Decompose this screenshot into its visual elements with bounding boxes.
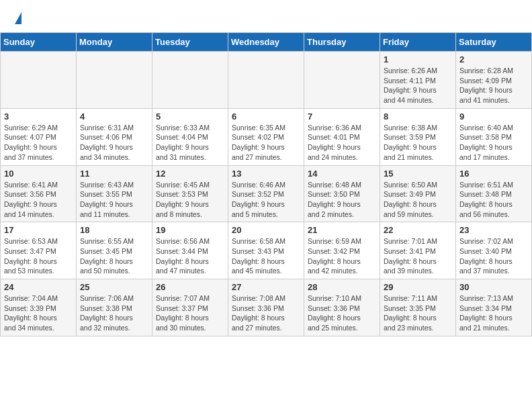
day-info: Sunrise: 7:06 AM Sunset: 3:38 PM Dayligh…: [80, 293, 148, 333]
calendar-dow-thursday: Thursday: [304, 33, 380, 52]
calendar-cell: 30Sunrise: 7:13 AM Sunset: 3:34 PM Dayli…: [456, 279, 532, 336]
calendar-cell: 29Sunrise: 7:11 AM Sunset: 3:35 PM Dayli…: [380, 279, 456, 336]
calendar-cell: 23Sunrise: 7:02 AM Sunset: 3:40 PM Dayli…: [456, 222, 532, 279]
calendar-cell: 19Sunrise: 6:56 AM Sunset: 3:44 PM Dayli…: [152, 222, 228, 279]
calendar-cell: 4Sunrise: 6:31 AM Sunset: 4:06 PM Daylig…: [77, 108, 152, 165]
day-number: 10: [4, 169, 73, 179]
day-number: 26: [156, 282, 224, 292]
day-number: 13: [232, 169, 300, 179]
calendar-dow-monday: Monday: [77, 33, 152, 52]
calendar-cell: 26Sunrise: 7:07 AM Sunset: 3:37 PM Dayli…: [152, 279, 228, 336]
calendar-cell: [77, 52, 152, 109]
day-info: Sunrise: 7:10 AM Sunset: 3:36 PM Dayligh…: [308, 293, 376, 333]
calendar-cell: 11Sunrise: 6:43 AM Sunset: 3:55 PM Dayli…: [77, 165, 152, 222]
day-info: Sunrise: 6:48 AM Sunset: 3:50 PM Dayligh…: [308, 180, 376, 220]
day-info: Sunrise: 6:51 AM Sunset: 3:48 PM Dayligh…: [459, 180, 528, 220]
calendar-cell: 16Sunrise: 6:51 AM Sunset: 3:48 PM Dayli…: [456, 165, 532, 222]
day-number: 12: [156, 169, 224, 179]
day-info: Sunrise: 6:29 AM Sunset: 4:07 PM Dayligh…: [4, 123, 73, 163]
day-info: Sunrise: 6:56 AM Sunset: 3:44 PM Dayligh…: [156, 236, 224, 276]
calendar-cell: 10Sunrise: 6:41 AM Sunset: 3:56 PM Dayli…: [1, 165, 77, 222]
day-info: Sunrise: 7:01 AM Sunset: 3:41 PM Dayligh…: [384, 236, 452, 276]
day-number: 2: [459, 54, 528, 64]
calendar-cell: 28Sunrise: 7:10 AM Sunset: 3:36 PM Dayli…: [304, 279, 380, 336]
day-number: 11: [80, 169, 148, 179]
calendar-cell: [304, 52, 380, 109]
day-info: Sunrise: 7:07 AM Sunset: 3:37 PM Dayligh…: [156, 293, 224, 333]
day-number: 28: [308, 282, 376, 292]
day-number: 20: [232, 225, 300, 235]
day-info: Sunrise: 6:41 AM Sunset: 3:56 PM Dayligh…: [4, 180, 73, 220]
day-number: 15: [384, 169, 452, 179]
day-info: Sunrise: 6:40 AM Sunset: 3:58 PM Dayligh…: [459, 123, 528, 163]
calendar-week-row: 24Sunrise: 7:04 AM Sunset: 3:39 PM Dayli…: [1, 279, 532, 336]
day-info: Sunrise: 6:26 AM Sunset: 4:11 PM Dayligh…: [384, 66, 452, 105]
calendar-cell: [152, 52, 228, 109]
day-number: 24: [4, 282, 73, 292]
calendar-cell: 2Sunrise: 6:28 AM Sunset: 4:09 PM Daylig…: [456, 52, 532, 109]
day-info: Sunrise: 7:08 AM Sunset: 3:36 PM Dayligh…: [232, 293, 300, 333]
day-info: Sunrise: 6:35 AM Sunset: 4:02 PM Dayligh…: [232, 123, 300, 163]
day-number: 5: [156, 111, 224, 122]
calendar-cell: 27Sunrise: 7:08 AM Sunset: 3:36 PM Dayli…: [228, 279, 304, 336]
day-number: 16: [459, 169, 528, 179]
day-info: Sunrise: 6:43 AM Sunset: 3:55 PM Dayligh…: [80, 180, 148, 220]
day-number: 17: [4, 225, 73, 235]
calendar-week-row: 17Sunrise: 6:53 AM Sunset: 3:47 PM Dayli…: [1, 222, 532, 279]
day-number: 6: [232, 111, 300, 122]
day-number: 7: [308, 111, 376, 122]
calendar-dow-friday: Friday: [380, 33, 456, 52]
day-number: 21: [308, 225, 376, 235]
calendar-cell: 5Sunrise: 6:33 AM Sunset: 4:04 PM Daylig…: [152, 108, 228, 165]
day-info: Sunrise: 7:04 AM Sunset: 3:39 PM Dayligh…: [4, 293, 73, 333]
day-info: Sunrise: 7:13 AM Sunset: 3:34 PM Dayligh…: [459, 293, 528, 333]
day-info: Sunrise: 6:50 AM Sunset: 3:49 PM Dayligh…: [384, 180, 452, 220]
day-number: 29: [384, 282, 452, 292]
calendar-week-row: 3Sunrise: 6:29 AM Sunset: 4:07 PM Daylig…: [1, 108, 532, 165]
calendar-cell: 20Sunrise: 6:58 AM Sunset: 3:43 PM Dayli…: [228, 222, 304, 279]
day-number: 9: [459, 111, 528, 122]
calendar-cell: 1Sunrise: 6:26 AM Sunset: 4:11 PM Daylig…: [380, 52, 456, 109]
calendar-cell: 3Sunrise: 6:29 AM Sunset: 4:07 PM Daylig…: [1, 108, 77, 165]
day-info: Sunrise: 6:38 AM Sunset: 3:59 PM Dayligh…: [384, 123, 452, 163]
day-number: 30: [459, 282, 528, 292]
logo: [13, 12, 21, 26]
day-info: Sunrise: 7:02 AM Sunset: 3:40 PM Dayligh…: [459, 236, 528, 276]
day-number: 23: [459, 225, 528, 235]
day-info: Sunrise: 6:46 AM Sunset: 3:52 PM Dayligh…: [232, 180, 300, 220]
calendar-dow-saturday: Saturday: [456, 33, 532, 52]
calendar-week-row: 10Sunrise: 6:41 AM Sunset: 3:56 PM Dayli…: [1, 165, 532, 222]
calendar-cell: 24Sunrise: 7:04 AM Sunset: 3:39 PM Dayli…: [1, 279, 77, 336]
calendar-cell: 21Sunrise: 6:59 AM Sunset: 3:42 PM Dayli…: [304, 222, 380, 279]
day-info: Sunrise: 7:11 AM Sunset: 3:35 PM Dayligh…: [384, 293, 452, 333]
day-number: 8: [384, 111, 452, 122]
day-number: 14: [308, 169, 376, 179]
calendar-cell: 13Sunrise: 6:46 AM Sunset: 3:52 PM Dayli…: [228, 165, 304, 222]
day-info: Sunrise: 6:59 AM Sunset: 3:42 PM Dayligh…: [308, 236, 376, 276]
calendar-cell: 17Sunrise: 6:53 AM Sunset: 3:47 PM Dayli…: [1, 222, 77, 279]
logo-triangle-icon: [15, 12, 21, 24]
day-number: 25: [80, 282, 148, 292]
calendar-cell: 25Sunrise: 7:06 AM Sunset: 3:38 PM Dayli…: [77, 279, 152, 336]
calendar-header-row: SundayMondayTuesdayWednesdayThursdayFrid…: [1, 33, 532, 52]
day-number: 19: [156, 225, 224, 235]
day-info: Sunrise: 6:55 AM Sunset: 3:45 PM Dayligh…: [80, 236, 148, 276]
calendar-cell: [1, 52, 77, 109]
calendar-cell: 6Sunrise: 6:35 AM Sunset: 4:02 PM Daylig…: [228, 108, 304, 165]
calendar-dow-tuesday: Tuesday: [152, 33, 228, 52]
calendar-cell: 18Sunrise: 6:55 AM Sunset: 3:45 PM Dayli…: [77, 222, 152, 279]
day-number: 27: [232, 282, 300, 292]
day-number: 22: [384, 225, 452, 235]
day-info: Sunrise: 6:45 AM Sunset: 3:53 PM Dayligh…: [156, 180, 224, 220]
calendar-cell: [228, 52, 304, 109]
day-info: Sunrise: 6:28 AM Sunset: 4:09 PM Dayligh…: [459, 66, 528, 105]
day-info: Sunrise: 6:53 AM Sunset: 3:47 PM Dayligh…: [4, 236, 73, 276]
calendar-cell: 9Sunrise: 6:40 AM Sunset: 3:58 PM Daylig…: [456, 108, 532, 165]
calendar-cell: 14Sunrise: 6:48 AM Sunset: 3:50 PM Dayli…: [304, 165, 380, 222]
page-header: [0, 0, 532, 32]
day-number: 4: [80, 111, 148, 122]
calendar-cell: 8Sunrise: 6:38 AM Sunset: 3:59 PM Daylig…: [380, 108, 456, 165]
day-info: Sunrise: 6:58 AM Sunset: 3:43 PM Dayligh…: [232, 236, 300, 276]
day-info: Sunrise: 6:33 AM Sunset: 4:04 PM Dayligh…: [156, 123, 224, 163]
calendar-cell: 15Sunrise: 6:50 AM Sunset: 3:49 PM Dayli…: [380, 165, 456, 222]
